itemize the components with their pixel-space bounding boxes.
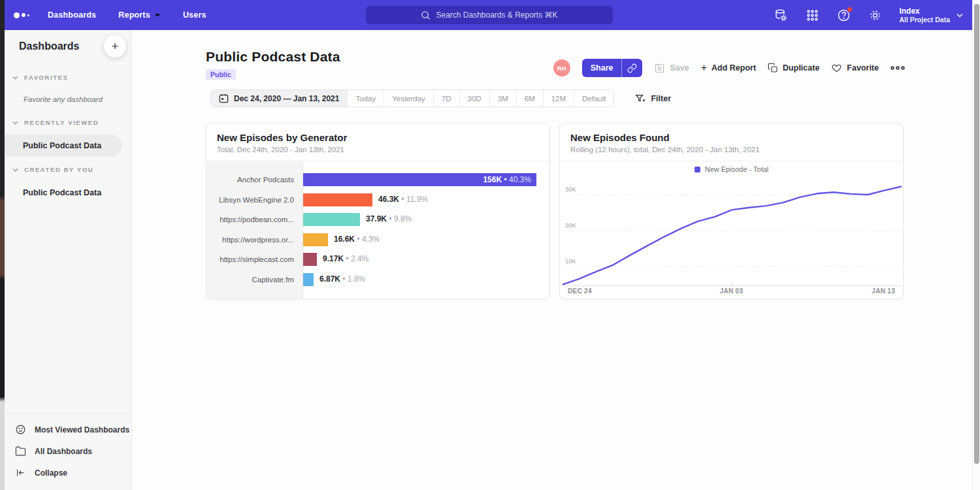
section-favorites[interactable]: FAVORITES <box>12 74 69 81</box>
folder-icon <box>15 446 26 457</box>
apps-grid-icon[interactable] <box>805 8 819 22</box>
project-scope: All Project Data <box>899 16 950 24</box>
share-link-button[interactable] <box>621 59 642 77</box>
line-chart-card[interactable]: New Episodes Found Rolling (12 hours), t… <box>559 123 904 299</box>
x-tick-label: JAN 03 <box>720 287 743 295</box>
date-preset-yesterday[interactable]: Yesterday <box>384 90 434 106</box>
page-title: Public Podcast Data <box>206 49 340 65</box>
bar-value-label: 6.87K • 1.8% <box>319 274 365 284</box>
main-content: Public Podcast Data Public RH Share Save… <box>132 30 972 490</box>
chart-subtitle: Rolling (12 hours), total, Dec 24th, 202… <box>570 146 892 154</box>
bar[interactable] <box>303 193 372 206</box>
duplicate-button[interactable]: Duplicate <box>768 63 819 73</box>
page-scrollbar[interactable] <box>972 0 980 490</box>
top-navbar: Dashboards Reports Users Search Dashboar… <box>5 0 972 30</box>
section-recently-viewed[interactable]: RECENTLY VIEWED <box>12 119 99 126</box>
save-button[interactable]: Save <box>654 63 689 74</box>
bar-row[interactable]: https://simplecast.com9.17K • 2.4% <box>206 250 549 270</box>
most-viewed-dashboards-button[interactable]: Most Viewed Dashboards <box>5 419 131 440</box>
bar-chart-body: Anchor Podcasts156K • 40.3%Libsyn WebEng… <box>206 162 549 299</box>
heart-icon <box>831 63 842 73</box>
share-button[interactable]: Share <box>582 59 643 77</box>
date-preset-default[interactable]: Default <box>574 90 613 106</box>
card-header: New Episodes by Generator Total, Dec 24t… <box>206 123 549 161</box>
date-preset-6m[interactable]: 6M <box>517 90 544 106</box>
x-tick-label: JAN 13 <box>872 287 895 295</box>
add-dashboard-button[interactable]: + <box>104 35 126 57</box>
chart-legend: New Episode - Total <box>560 165 903 173</box>
y-tick-label: 10K <box>565 257 577 265</box>
add-report-label: Add Report <box>711 63 756 73</box>
bottom-item-label: Collapse <box>35 468 67 478</box>
date-range-picker[interactable]: Dec 24, 2020 — Jan 13, 2021 <box>211 90 348 106</box>
y-tick-label: 20K <box>565 221 577 229</box>
bar-row[interactable]: Libsyn WebEngine 2.046.3K • 11.9% <box>206 190 549 210</box>
collapse-sidebar-button[interactable]: Collapse <box>5 462 131 483</box>
bar-track: 156K • 40.3% <box>302 173 549 186</box>
search-input[interactable]: Search Dashboards & Reports ⌘K <box>366 6 613 24</box>
bar-chart-card[interactable]: New Episodes by Generator Total, Dec 24t… <box>206 123 550 299</box>
nav-item-users[interactable]: Users <box>183 10 206 20</box>
date-range-label: Dec 24, 2020 — Jan 13, 2021 <box>234 94 339 103</box>
help-notification-badge <box>847 7 853 12</box>
bar-row[interactable]: Captivate.fm6.87K • 1.8% <box>206 270 549 290</box>
search-placeholder: Search Dashboards & Reports ⌘K <box>436 10 557 20</box>
filter-button[interactable]: Filter <box>635 93 671 104</box>
header-actions: RH Share Save + Add Report Duplicate <box>553 59 905 77</box>
help-icon[interactable] <box>836 8 851 22</box>
bar-value-label: 37.9K • 9.8% <box>366 214 412 223</box>
x-axis-labels: DEC 24 JAN 03 JAN 13 <box>563 287 900 297</box>
bar-track: 16.6K • 4.3% <box>302 233 549 246</box>
sidebar: Dashboards + FAVORITES Favorite any dash… <box>5 30 132 490</box>
sidebar-item-public-podcast-data-created[interactable]: Public Podcast Data <box>5 182 122 204</box>
date-preset-30d[interactable]: 30D <box>460 90 490 106</box>
bar[interactable] <box>303 273 314 286</box>
date-toolbar: Dec 24, 2020 — Jan 13, 2021 TodayYesterd… <box>210 90 671 107</box>
chart-title: New Episodes by Generator <box>217 132 539 143</box>
line-chart-plot[interactable]: 10K20K30K <box>563 181 902 286</box>
all-dashboards-button[interactable]: All Dashboards <box>5 440 131 462</box>
bar[interactable] <box>303 213 360 226</box>
nav-item-label: Users <box>183 10 206 20</box>
project-switcher[interactable]: Index All Project Data <box>899 7 963 24</box>
date-preset-7d[interactable]: 7D <box>434 90 460 106</box>
visibility-badge: Public <box>206 69 236 80</box>
bar[interactable] <box>303 233 328 246</box>
bar-row[interactable]: https://podbean.com...37.9K • 9.8% <box>206 210 549 230</box>
background-window-strip <box>0 0 5 490</box>
nav-item-dashboards[interactable]: Dashboards <box>48 10 96 20</box>
date-preset-12m[interactable]: 12M <box>544 90 574 106</box>
share-button-label[interactable]: Share <box>582 59 622 77</box>
more-options-button[interactable] <box>890 65 905 71</box>
project-name: Index <box>899 7 950 16</box>
sidebar-item-public-podcast-data[interactable]: Public Podcast Data <box>5 135 122 157</box>
filter-funnel-icon <box>635 93 645 104</box>
bar-row[interactable]: Anchor Podcasts156K • 40.3% <box>206 170 549 190</box>
duplicate-label: Duplicate <box>783 63 819 73</box>
bar-rows: Anchor Podcasts156K • 40.3%Libsyn WebEng… <box>206 170 549 289</box>
amplitude-logo-icon[interactable] <box>14 12 36 18</box>
scrollbar-thumb[interactable] <box>974 4 979 464</box>
section-label: CREATED BY YOU <box>24 166 93 173</box>
nav-item-reports[interactable]: Reports <box>118 10 161 20</box>
x-tick-label: DEC 24 <box>568 287 592 295</box>
bar-row[interactable]: https://wordpress.or...16.6K • 4.3% <box>206 230 549 250</box>
date-preset-3m[interactable]: 3M <box>490 90 517 106</box>
add-report-button[interactable]: + Add Report <box>701 63 756 73</box>
chevron-down-icon <box>154 13 161 18</box>
nav-menu: Dashboards Reports Users <box>48 10 206 20</box>
line-series-new-episode-total[interactable] <box>563 186 902 284</box>
bar[interactable] <box>303 253 317 266</box>
bar-category-label: https://simplecast.com <box>206 255 302 263</box>
nav-item-label: Reports <box>118 10 150 20</box>
bar[interactable]: 156K • 40.3% <box>303 173 536 186</box>
section-created-by-you[interactable]: CREATED BY YOU <box>12 166 93 173</box>
copy-icon <box>768 63 778 73</box>
avatar[interactable]: RH <box>553 59 570 76</box>
favorite-button[interactable]: Favorite <box>831 63 879 73</box>
settings-gear-icon[interactable] <box>868 8 882 22</box>
date-preset-today[interactable]: Today <box>348 90 384 106</box>
data-sources-icon[interactable] <box>774 8 788 22</box>
bar-value-label: 156K • 40.3% <box>483 175 536 184</box>
collapse-left-icon <box>15 467 26 478</box>
